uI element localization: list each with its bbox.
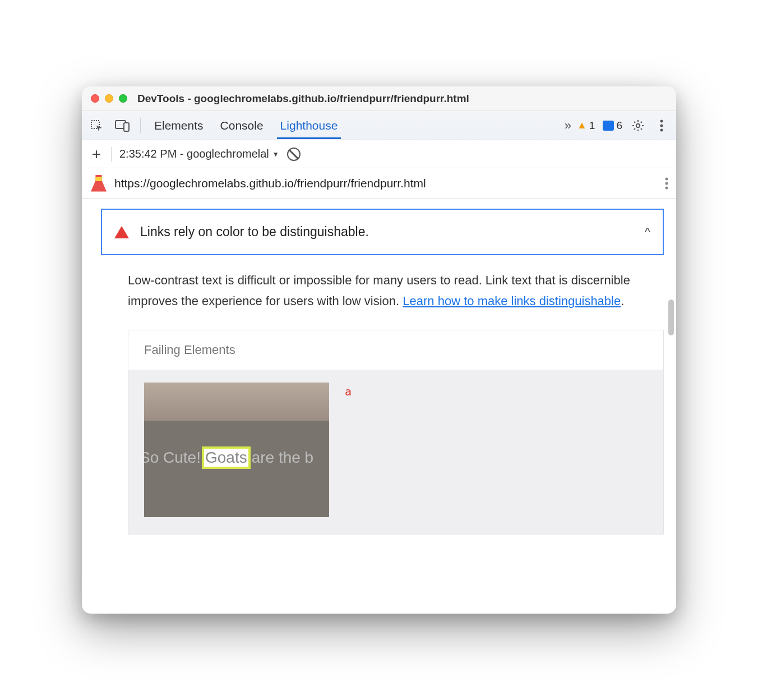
issues-badge[interactable]: 6 <box>603 119 622 132</box>
more-options-icon[interactable] <box>654 118 669 133</box>
window-titlebar: DevTools - googlechromelabs.github.io/fr… <box>82 86 676 111</box>
close-window-button[interactable] <box>91 94 99 103</box>
toolbar-right: » ▲ 1 6 <box>565 118 669 133</box>
devtools-toolbar: Elements Console Lighthouse » ▲ 1 6 <box>82 111 676 140</box>
inspect-element-icon[interactable] <box>89 118 104 133</box>
svg-point-8 <box>665 182 668 185</box>
audit-title: Links rely on color to be distinguishabl… <box>140 224 634 240</box>
svg-point-6 <box>660 128 663 131</box>
audit-description-post: . <box>621 294 624 308</box>
subbar-divider <box>111 147 112 162</box>
device-toolbar-icon[interactable] <box>114 118 130 133</box>
warnings-badge[interactable]: ▲ 1 <box>577 119 595 132</box>
learn-more-link[interactable]: Learn how to make links distinguishable <box>403 294 621 308</box>
svg-point-5 <box>660 124 663 127</box>
lighthouse-icon <box>91 175 107 192</box>
tab-lighthouse[interactable]: Lighthouse <box>277 112 341 139</box>
settings-icon[interactable] <box>630 118 646 133</box>
clear-report-icon[interactable] <box>287 148 301 161</box>
element-screenshot[interactable]: So Cute! Goats are the b <box>144 383 329 517</box>
report-url-row: https://googlechromelabs.github.io/frien… <box>82 168 676 199</box>
minimize-window-button[interactable] <box>105 94 113 103</box>
screenshot-highlight: Goats <box>204 449 248 467</box>
report-menu-icon[interactable] <box>665 177 668 190</box>
audit-description: Low-contrast text is difficult or imposs… <box>101 270 664 312</box>
audit-summary[interactable]: Links rely on color to be distinguishabl… <box>101 209 664 255</box>
svg-point-9 <box>665 186 668 189</box>
svg-rect-2 <box>124 123 129 131</box>
svg-point-7 <box>665 177 668 180</box>
issues-icon <box>603 121 614 131</box>
failing-elements-body: So Cute! Goats are the b a <box>128 370 663 534</box>
zoom-window-button[interactable] <box>119 94 127 103</box>
screenshot-text: So Cute! Goats are the b <box>144 449 329 467</box>
toolbar-divider <box>140 118 141 133</box>
devtools-window: DevTools - googlechromelabs.github.io/fr… <box>82 86 676 614</box>
tab-elements[interactable]: Elements <box>151 112 207 139</box>
report-url: https://googlechromelabs.github.io/frien… <box>114 177 426 190</box>
screenshot-bg <box>144 383 329 421</box>
tab-console[interactable]: Console <box>217 112 267 139</box>
collapse-icon: ^ <box>645 225 650 240</box>
failing-elements-panel: Failing Elements So Cute! Goats are the … <box>128 330 664 535</box>
window-controls <box>91 94 127 103</box>
window-title: DevTools - googlechromelabs.github.io/fr… <box>137 93 469 105</box>
warnings-count: 1 <box>589 119 595 132</box>
warning-icon: ▲ <box>577 119 587 131</box>
failing-element-tag[interactable]: a <box>345 383 352 398</box>
screenshot-text-pre: So Cute! <box>144 449 201 467</box>
dropdown-icon: ▼ <box>272 150 279 158</box>
issues-count: 6 <box>616 119 622 132</box>
report-selector[interactable]: 2:35:42 PM - googlechromelal ▼ <box>119 148 279 160</box>
report-content: Links rely on color to be distinguishabl… <box>82 199 676 614</box>
scrollbar-thumb[interactable] <box>668 300 674 335</box>
lighthouse-subbar: + 2:35:42 PM - googlechromelal ▼ <box>82 140 676 168</box>
fail-triangle-icon <box>114 226 129 238</box>
failing-elements-heading: Failing Elements <box>128 330 663 370</box>
screenshot-text-post: are the b <box>252 449 314 467</box>
report-selector-label: 2:35:42 PM - googlechromelal <box>119 148 269 160</box>
svg-point-4 <box>660 119 663 122</box>
more-tabs-icon[interactable]: » <box>565 118 569 133</box>
svg-point-3 <box>636 123 640 127</box>
new-report-button[interactable]: + <box>90 145 103 163</box>
